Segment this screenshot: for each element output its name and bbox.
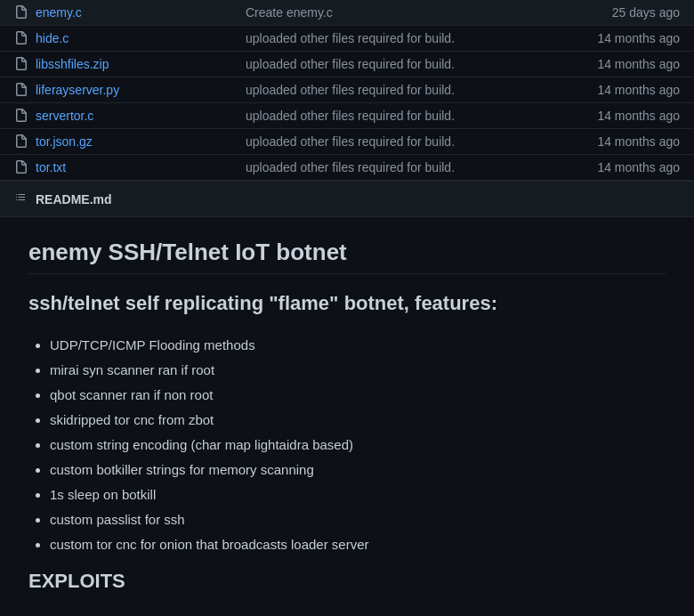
- file-icon: [14, 31, 28, 45]
- file-name[interactable]: servertor.c: [36, 109, 231, 123]
- file-time: 14 months ago: [582, 31, 680, 45]
- file-row[interactable]: liferayserver.py uploaded other files re…: [0, 77, 694, 103]
- feature-item: qbot scanner ran if non root: [50, 385, 666, 406]
- file-icon: [14, 134, 28, 149]
- feature-item: custom botkiller strings for memory scan…: [50, 459, 666, 481]
- file-list: enemy.c Create enemy.c 25 days ago hide.…: [0, 0, 694, 181]
- file-icon: [14, 160, 28, 174]
- file-row[interactable]: tor.txt uploaded other files required fo…: [0, 155, 694, 181]
- file-name[interactable]: liferayserver.py: [36, 83, 231, 97]
- file-icon: [14, 57, 28, 71]
- readme-exploits-heading: EXPLOITS: [28, 570, 666, 593]
- file-icon: [14, 83, 28, 97]
- file-commit-message: uploaded other files required for build.: [231, 83, 582, 97]
- file-time: 14 months ago: [582, 57, 680, 71]
- file-name[interactable]: hide.c: [36, 31, 231, 45]
- readme-main-title: enemy SSH/Telnet IoT botnet: [28, 239, 666, 274]
- file-name[interactable]: enemy.c: [36, 5, 231, 20]
- file-icon: [14, 5, 28, 20]
- file-time: 14 months ago: [582, 134, 680, 149]
- file-row[interactable]: servertor.c uploaded other files require…: [0, 103, 694, 129]
- feature-item: skidripped tor cnc from zbot: [50, 409, 666, 431]
- file-commit-message: uploaded other files required for build.: [231, 134, 582, 149]
- file-name[interactable]: tor.json.gz: [36, 134, 231, 149]
- readme-features-list: UDP/TCP/ICMP Flooding methodsmirai syn s…: [28, 335, 666, 555]
- file-row[interactable]: enemy.c Create enemy.c 25 days ago: [0, 0, 694, 26]
- file-commit-message: uploaded other files required for build.: [231, 160, 582, 174]
- list-icon: [14, 190, 28, 207]
- feature-item: custom tor cnc for onion that broadcasts…: [50, 534, 666, 555]
- feature-item: custom string encoding (char map lightai…: [50, 434, 666, 456]
- file-time: 14 months ago: [582, 109, 680, 123]
- file-time: 25 days ago: [582, 5, 680, 20]
- file-time: 14 months ago: [582, 160, 680, 174]
- file-time: 14 months ago: [582, 83, 680, 97]
- feature-item: 1s sleep on botkill: [50, 484, 666, 506]
- file-name[interactable]: tor.txt: [36, 160, 231, 174]
- file-commit-message: Create enemy.c: [231, 5, 582, 20]
- file-icon: [14, 109, 28, 123]
- file-commit-message: uploaded other files required for build.: [231, 109, 582, 123]
- file-name[interactable]: libsshfiles.zip: [36, 57, 231, 71]
- readme-filename: README.md: [36, 192, 112, 207]
- readme-section: README.md enemy SSH/Telnet IoT botnet ss…: [0, 181, 694, 614]
- feature-item: mirai syn scanner ran if root: [50, 360, 666, 381]
- file-commit-message: uploaded other files required for build.: [231, 57, 582, 71]
- file-commit-message: uploaded other files required for build.: [231, 31, 582, 45]
- feature-item: custom passlist for ssh: [50, 509, 666, 531]
- file-row[interactable]: libsshfiles.zip uploaded other files req…: [0, 52, 694, 77]
- readme-subtitle: ssh/telnet self replicating "flame" botn…: [28, 292, 666, 320]
- file-row[interactable]: tor.json.gz uploaded other files require…: [0, 129, 694, 155]
- file-row[interactable]: hide.c uploaded other files required for…: [0, 26, 694, 52]
- feature-item: UDP/TCP/ICMP Flooding methods: [50, 335, 666, 356]
